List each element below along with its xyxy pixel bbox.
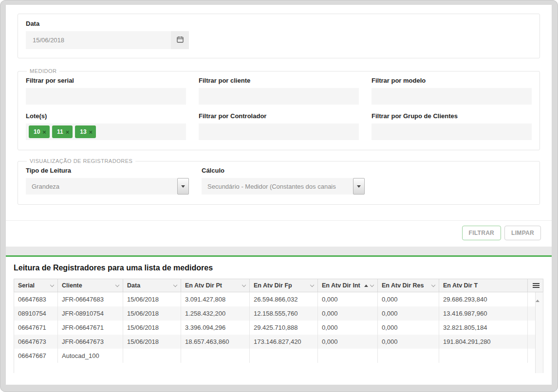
medidor-fieldset: MEDIDOR Filtrar por serial Filtrar por c…	[18, 68, 540, 150]
serial-label: Filtrar por serial	[26, 77, 186, 84]
select-dropdown-button[interactable]	[353, 178, 365, 195]
calculo-select[interactable]: Secundário - Medidor (Constantes dos can…	[202, 178, 365, 195]
page: Data	[6, 5, 552, 385]
column-header-en-atv-dir-pt[interactable]: En Atv Dir Pt	[181, 279, 250, 292]
modelo-label: Filtrar por modelo	[372, 77, 532, 84]
column-header-serial[interactable]: Serial	[14, 279, 58, 292]
filter-panel: Data	[6, 5, 552, 247]
column-header-data[interactable]: Data	[123, 279, 181, 292]
date-input-group	[26, 31, 189, 49]
chevron-down-icon[interactable]	[173, 283, 177, 286]
lote-tag[interactable]: 10 ×	[29, 125, 50, 138]
calendar-button[interactable]	[171, 31, 189, 49]
calculo-value: Secundário - Medidor (Constantes dos can…	[207, 183, 336, 190]
table-row[interactable]: 08910754 JFR-08910754 15/06/2018 1.258.4…	[14, 306, 543, 321]
controlador-input[interactable]	[199, 124, 359, 140]
readings-table: Serial Cliente Data En Atv Dir Pt	[14, 279, 543, 373]
lotes-tag-input[interactable]: 10 × 11 × 13 ×	[26, 124, 186, 140]
grupo-clientes-input[interactable]	[372, 124, 532, 140]
table-row[interactable]: 06647673 JFR-06647673 15/06/2018 18.657.…	[14, 335, 543, 349]
column-header-en-atv-dir-int[interactable]: En Atv Dir Int	[318, 279, 378, 292]
table-row[interactable]: 06647667 Autocad_100	[14, 349, 543, 363]
cliente-input[interactable]	[199, 88, 359, 105]
lotes-label: Lote(s)	[26, 112, 186, 120]
sort-ascending-icon	[364, 285, 368, 287]
tipo-leitura-label: Tipo de Leitura	[26, 167, 189, 174]
controlador-label: Filtrar por Controlador	[199, 112, 359, 120]
table-row[interactable]: 06647671 JFR-06647671 15/06/2018 3.396.0…	[14, 321, 543, 335]
calendar-icon	[176, 36, 184, 45]
chevron-down-icon[interactable]	[370, 283, 374, 286]
modelo-input[interactable]	[372, 88, 532, 105]
app-window: Data	[0, 0, 558, 392]
field-calculo: Cálculo Secundário - Medidor (Constantes…	[202, 167, 365, 195]
column-header-en-atv-dir-fp[interactable]: En Atv Dir Fp	[250, 279, 318, 292]
date-label: Data	[26, 20, 532, 27]
field-controlador: Filtrar por Controlador	[199, 112, 359, 140]
tipo-leitura-select[interactable]: Grandeza	[26, 178, 189, 195]
calculo-label: Cálculo	[202, 167, 365, 174]
column-menu-cell[interactable]	[528, 279, 544, 292]
chevron-down-icon	[357, 185, 361, 188]
cliente-label: Filtrar por cliente	[199, 77, 359, 84]
lote-tag-label: 10	[34, 128, 40, 135]
field-serial: Filtrar por serial	[26, 77, 186, 105]
remove-tag-icon[interactable]: ×	[42, 129, 46, 135]
table-body: 06647683 JFR-06647683 15/06/2018 3.091.4…	[14, 292, 543, 373]
lote-tag-label: 13	[80, 128, 86, 135]
date-section: Data	[18, 14, 540, 58]
field-modelo: Filtrar por modelo	[372, 77, 532, 105]
results-panel: Leitura de Registradores para uma lista …	[6, 255, 552, 373]
tipo-leitura-value: Grandeza	[32, 183, 59, 190]
chevron-down-icon[interactable]	[242, 283, 246, 286]
field-cliente: Filtrar por cliente	[199, 77, 359, 105]
chevron-down-icon	[181, 185, 185, 188]
scroll-up-icon[interactable]	[536, 292, 539, 302]
lote-tag[interactable]: 13 ×	[75, 125, 96, 138]
table-row[interactable]: 06647683 JFR-06647683 15/06/2018 3.091.4…	[14, 292, 543, 306]
select-dropdown-button[interactable]	[177, 178, 189, 195]
visualizacao-legend: VISUALIZAÇÃO DE REGISTRADORES	[27, 158, 135, 164]
medidor-legend: MEDIDOR	[27, 68, 59, 74]
column-header-cliente[interactable]: Cliente	[58, 279, 123, 292]
chevron-down-icon[interactable]	[310, 283, 314, 286]
filtrar-button[interactable]: FILTRAR	[462, 226, 502, 240]
chevron-down-icon[interactable]	[50, 283, 54, 286]
column-header-en-atv-dir-res[interactable]: En Atv Dir Res	[378, 279, 439, 292]
remove-tag-icon[interactable]: ×	[89, 129, 93, 135]
field-tipo-leitura: Tipo de Leitura Grandeza	[26, 167, 189, 195]
remove-tag-icon[interactable]: ×	[66, 129, 70, 135]
chevron-down-icon[interactable]	[431, 283, 435, 286]
date-input[interactable]	[26, 31, 171, 49]
limpar-button[interactable]: LIMPAR	[504, 226, 541, 240]
card-separator	[6, 247, 552, 255]
form-actions: FILTRAR LIMPAR	[6, 220, 552, 247]
grupo-clientes-label: Filtrar por Grupo de Clientes	[372, 112, 532, 120]
column-header-en-atv-dir-t[interactable]: En Atv Dir T	[439, 279, 528, 292]
lote-tag[interactable]: 11 ×	[52, 125, 73, 138]
field-lotes: Lote(s) 10 × 11 × 13	[26, 112, 186, 140]
table-header-row: Serial Cliente Data En Atv Dir Pt	[14, 279, 543, 292]
vertical-scrollbar[interactable]	[535, 292, 543, 373]
menu-icon[interactable]	[533, 283, 539, 284]
serial-input[interactable]	[26, 88, 186, 105]
visualizacao-fieldset: VISUALIZAÇÃO DE REGISTRADORES Tipo de Le…	[18, 158, 540, 205]
field-grupo-clientes: Filtrar por Grupo de Clientes	[372, 112, 532, 140]
lote-tag-label: 11	[57, 128, 63, 135]
chevron-down-icon[interactable]	[115, 283, 119, 286]
results-title: Leitura de Registradores para uma lista …	[14, 257, 544, 279]
